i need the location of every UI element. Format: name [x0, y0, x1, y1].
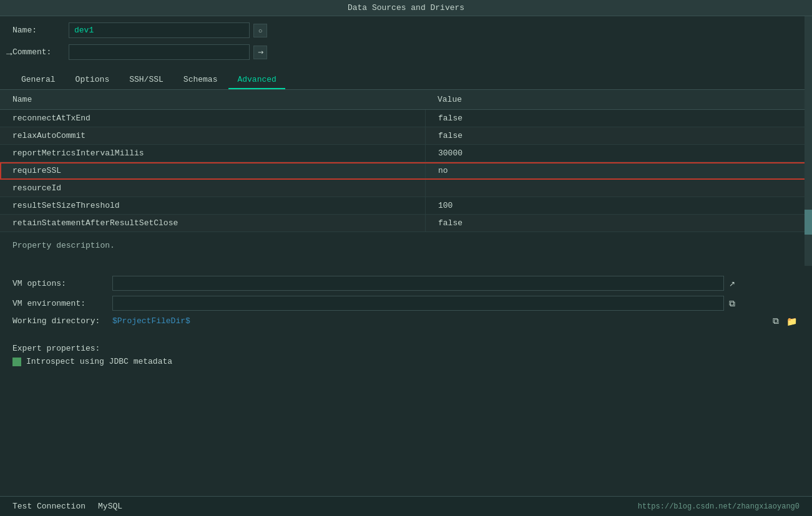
comment-label: Comment:	[12, 47, 69, 57]
cell-value-report: 30000	[425, 145, 812, 162]
property-description: Property description.	[0, 232, 812, 270]
col-value-header: Value	[425, 92, 812, 107]
working-dir-label: Working directory:	[12, 316, 112, 326]
name-input[interactable]	[69, 22, 250, 38]
name-row: Name: ○	[12, 22, 800, 38]
cell-name-resultset: resultSetSizeThreshold	[0, 197, 425, 214]
table-header: Name Value	[0, 90, 812, 110]
driver-label: MySQL	[98, 502, 122, 511]
table-row[interactable]: retainStatementAfterResultSetClose false	[0, 215, 812, 232]
jdbc-metadata-label: Introspect using JDBC metadata	[26, 357, 172, 366]
cell-name-retain: retainStatementAfterResultSetClose	[0, 215, 425, 231]
comment-input-area: ↗	[69, 44, 267, 60]
arrow-indicator: →	[6, 49, 12, 60]
cell-name-requiressl: requireSSL	[0, 162, 425, 179]
properties-table: Name Value reconnectAtTxEnd false relaxA…	[0, 90, 812, 232]
working-dir-value: $ProjectFileDir$	[112, 316, 190, 326]
cell-value-resultset: 100	[425, 197, 812, 214]
jdbc-metadata-checkbox-row[interactable]: Introspect using JDBC metadata	[12, 357, 800, 366]
vm-env-copy-button[interactable]: ⧉	[726, 298, 738, 309]
comment-expand-button[interactable]: ↗	[253, 46, 267, 59]
table-row[interactable]: reconnectAtTxEnd false	[0, 110, 812, 127]
name-label: Name:	[12, 26, 69, 35]
col-name-header: Name	[0, 92, 425, 107]
cell-value-reconnect: false	[425, 110, 812, 127]
table-row[interactable]: relaxAutoCommit false	[0, 127, 812, 145]
bottom-url: https://blog.csdn.net/zhangxiaoyang0	[638, 502, 800, 511]
name-input-area: ○	[69, 22, 267, 38]
vm-env-label: VM environment:	[12, 299, 112, 308]
vm-environment-row: VM environment: ⧉	[12, 296, 800, 311]
vm-options-row: VM options: ↗	[12, 276, 800, 291]
scrollbar-thumb[interactable]	[805, 210, 812, 235]
comment-row: Comment: ↗	[12, 44, 800, 60]
tab-schemas[interactable]: Schemas	[175, 71, 227, 89]
name-expand-button[interactable]: ○	[253, 24, 267, 37]
table-row[interactable]: resourceId	[0, 180, 812, 197]
checkbox-icon	[12, 358, 21, 366]
main-container: Name: ○ Comment: ↗ General Options SSH/S…	[0, 16, 812, 516]
top-section: Name: ○ Comment: ↗	[0, 16, 812, 66]
working-dir-row: Working directory: $ProjectFileDir$ ⧉ 📁	[12, 316, 800, 326]
table-row[interactable]: resultSetSizeThreshold 100	[0, 197, 812, 215]
scrollbar-track	[805, 16, 812, 266]
cell-name-relax: relaxAutoCommit	[0, 127, 425, 144]
description-text: Property description.	[12, 241, 115, 250]
tab-options[interactable]: Options	[67, 71, 119, 89]
tab-advanced[interactable]: Advanced	[228, 71, 285, 89]
vm-options-input[interactable]	[112, 276, 724, 291]
cell-value-relax: false	[425, 127, 812, 144]
vm-options-label: VM options:	[12, 279, 112, 288]
cell-value-retain: false	[425, 215, 812, 231]
working-dir-folder-button[interactable]: 📁	[784, 316, 800, 326]
vm-options-expand-button[interactable]: ↗	[726, 278, 738, 288]
tab-general[interactable]: General	[12, 71, 64, 89]
cell-name-report: reportMetricsIntervalMillis	[0, 145, 425, 162]
tab-sshssl[interactable]: SSH/SSL	[120, 71, 172, 89]
content-area: Name Value reconnectAtTxEnd false relaxA…	[0, 90, 812, 516]
expert-label: Expert properties:	[12, 344, 800, 353]
bottom-bar: Test Connection MySQL https://blog.csdn.…	[0, 496, 812, 516]
cell-name-reconnect: reconnectAtTxEnd	[0, 110, 425, 127]
title-bar: Data Sources and Drivers	[0, 0, 812, 16]
expert-section: Expert properties: Introspect using JDBC…	[0, 338, 812, 372]
table-row-requiressl[interactable]: requireSSL no	[0, 162, 812, 180]
bottom-left: Test Connection MySQL	[12, 502, 122, 511]
comment-input[interactable]	[69, 44, 250, 60]
vm-section: VM options: ↗ VM environment: ⧉ Working …	[0, 270, 812, 338]
vm-env-input[interactable]	[112, 296, 724, 311]
cell-value-requiressl: no	[425, 162, 812, 179]
cell-name-resourceid: resourceId	[0, 180, 425, 197]
cell-value-resourceid	[425, 180, 812, 197]
title-text: Data Sources and Drivers	[348, 3, 464, 12]
test-connection-button[interactable]: Test Connection	[12, 502, 86, 511]
tabs-container: General Options SSH/SSL Schemas Advanced	[0, 66, 812, 90]
working-dir-copy-button[interactable]: ⧉	[770, 316, 781, 326]
table-row[interactable]: reportMetricsIntervalMillis 30000	[0, 145, 812, 162]
